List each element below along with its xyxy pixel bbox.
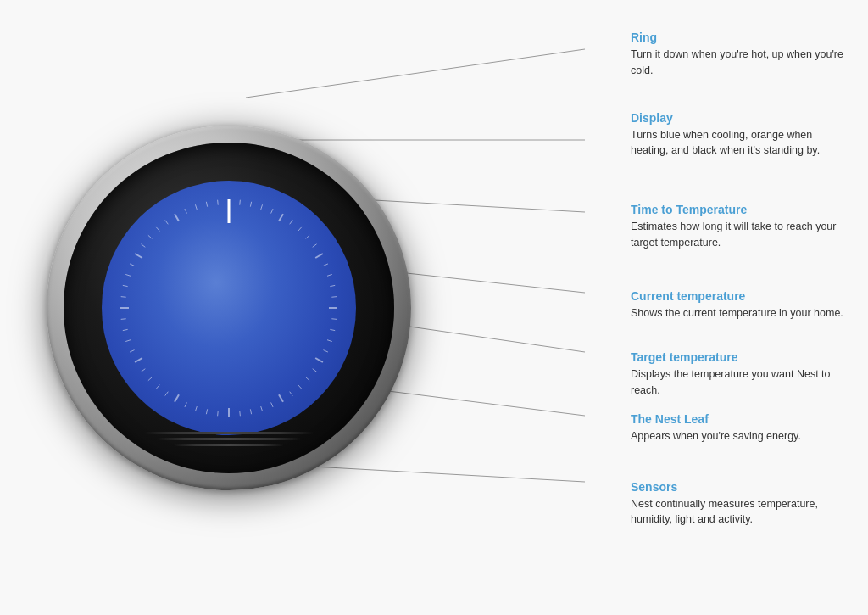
- svg-line-65: [206, 201, 207, 206]
- annotation-nest-leaf: The Nest LeafAppears when you're saving …: [631, 412, 851, 444]
- svg-line-66: [218, 199, 219, 204]
- tick-ring: [110, 189, 348, 427]
- inner-bezel: [64, 143, 394, 473]
- svg-line-29: [306, 377, 309, 380]
- svg-line-23: [331, 318, 337, 319]
- annotation-title-nest-leaf: The Nest Leaf: [631, 412, 851, 426]
- svg-line-18: [323, 263, 327, 265]
- svg-line-57: [135, 254, 142, 258]
- annotation-title-time-to-temp: Time to Temperature: [631, 203, 851, 216]
- svg-line-56: [130, 263, 134, 265]
- svg-line-16: [313, 243, 317, 247]
- svg-line-60: [156, 226, 159, 230]
- svg-line-17: [315, 254, 323, 258]
- svg-line-50: [123, 329, 128, 330]
- annotation-ring: RingTurn it down when you're hot, up whe…: [631, 31, 851, 79]
- svg-line-53: [121, 296, 126, 297]
- svg-line-59: [148, 235, 152, 238]
- annotation-title-target-temp: Target temperature: [631, 350, 851, 364]
- svg-line-42: [175, 394, 179, 402]
- svg-line-51: [121, 318, 126, 319]
- svg-line-45: [148, 377, 152, 380]
- svg-line-11: [271, 209, 273, 213]
- annotation-title-ring: Ring: [631, 31, 851, 44]
- svg-line-9: [250, 201, 251, 206]
- annotation-time-to-temp: Time to TemperatureEstimates how long it…: [631, 203, 851, 251]
- svg-line-61: [165, 220, 169, 224]
- svg-line-63: [185, 209, 186, 213]
- svg-line-46: [141, 368, 145, 372]
- svg-line-49: [125, 339, 131, 341]
- annotations-panel: RingTurn it down when you're hot, up whe…: [563, 0, 851, 615]
- svg-line-27: [315, 358, 323, 362]
- svg-line-19: [327, 274, 332, 276]
- annotation-desc-target-temp: Displays the temperature you want Nest t…: [631, 366, 851, 399]
- svg-line-30: [298, 384, 302, 388]
- svg-line-34: [261, 406, 263, 411]
- svg-line-44: [156, 384, 159, 388]
- annotation-current-temp: Current temperatureShows the current tem…: [631, 289, 851, 321]
- svg-line-24: [330, 329, 335, 330]
- svg-line-43: [165, 391, 169, 395]
- svg-line-47: [135, 358, 142, 362]
- svg-line-21: [331, 296, 337, 297]
- svg-line-35: [250, 409, 251, 414]
- outer-ring: [47, 126, 411, 490]
- svg-line-48: [130, 349, 134, 351]
- svg-line-64: [195, 204, 197, 210]
- svg-line-26: [323, 349, 327, 351]
- display-circle: [102, 181, 356, 435]
- page-container: RingTurn it down when you're hot, up whe…: [0, 0, 868, 615]
- svg-line-20: [330, 285, 335, 286]
- svg-line-36: [240, 411, 241, 416]
- svg-line-8: [240, 199, 241, 204]
- svg-line-54: [123, 285, 128, 286]
- svg-line-38: [218, 411, 219, 416]
- svg-line-28: [313, 368, 317, 372]
- annotation-title-sensors: Sensors: [631, 480, 851, 494]
- svg-line-55: [125, 274, 131, 276]
- annotation-desc-display: Turns blue when cooling, orange when hea…: [631, 127, 851, 159]
- svg-line-62: [175, 214, 179, 221]
- vent-area: [144, 432, 314, 446]
- annotation-target-temp: Target temperatureDisplays the temperatu…: [631, 350, 851, 399]
- svg-line-31: [290, 391, 293, 395]
- annotation-title-current-temp: Current temperature: [631, 289, 851, 303]
- svg-line-25: [327, 339, 332, 341]
- svg-line-58: [141, 243, 145, 247]
- thermostat: [25, 70, 432, 545]
- svg-line-39: [206, 409, 207, 414]
- annotation-desc-sensors: Nest continually measures temperature, h…: [631, 496, 851, 528]
- svg-line-10: [261, 204, 263, 210]
- svg-line-14: [298, 226, 302, 230]
- svg-line-41: [185, 402, 186, 406]
- annotation-desc-time-to-temp: Estimates how long it will take to reach…: [631, 219, 851, 251]
- annotation-display: DisplayTurns blue when cooling, orange w…: [631, 111, 851, 159]
- vent-line-1: [144, 432, 314, 434]
- svg-line-12: [279, 214, 283, 221]
- annotation-desc-ring: Turn it down when you're hot, up when yo…: [631, 47, 851, 79]
- vent-line-3: [174, 444, 284, 446]
- vent-line-2: [157, 438, 301, 440]
- svg-line-13: [290, 220, 293, 224]
- svg-line-32: [279, 394, 283, 402]
- annotation-desc-current-temp: Shows the current temperature in your ho…: [631, 305, 851, 321]
- annotation-title-display: Display: [631, 111, 851, 125]
- annotation-sensors: SensorsNest continually measures tempera…: [631, 480, 851, 528]
- annotation-desc-nest-leaf: Appears when you're saving energy.: [631, 428, 851, 444]
- svg-line-33: [271, 402, 273, 406]
- svg-line-40: [195, 406, 197, 411]
- svg-line-15: [306, 235, 309, 238]
